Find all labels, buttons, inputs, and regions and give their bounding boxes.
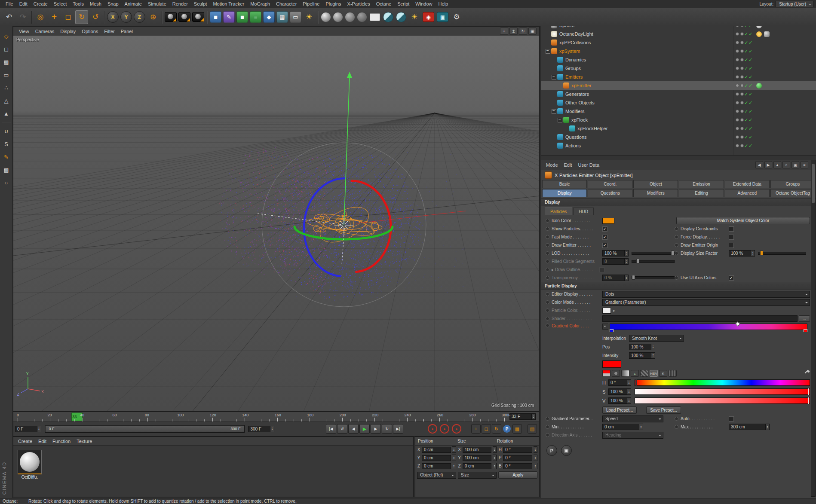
- menu-item[interactable]: Character: [273, 0, 300, 7]
- stepper[interactable]: [625, 250, 629, 257]
- min-field[interactable]: 0 cm: [602, 424, 639, 430]
- toggle-views-icon[interactable]: ▣: [528, 27, 537, 35]
- enable-check-icon[interactable]: ✓✓: [744, 117, 753, 123]
- model-mode-icon[interactable]: ◻: [1, 44, 12, 54]
- edges-mode-icon[interactable]: △: [1, 95, 12, 106]
- tab-extended-data[interactable]: Extended Data: [725, 180, 770, 188]
- range-start-field[interactable]: 0 F: [15, 426, 37, 432]
- enable-check-icon[interactable]: ✓✓: [744, 66, 753, 71]
- value-field[interactable]: 100 %: [608, 397, 627, 404]
- visibility-dots[interactable]: [736, 101, 744, 104]
- current-frame-field[interactable]: 33 F: [509, 413, 536, 420]
- tree-item-OctaneDayLight[interactable]: OctaneDayLight✓✓: [541, 30, 816, 38]
- add-generator-icon[interactable]: [236, 11, 248, 23]
- rotate-view-icon[interactable]: ↻: [519, 27, 527, 35]
- anim-dot[interactable]: [546, 235, 549, 239]
- tab-editing[interactable]: Editing: [679, 189, 724, 197]
- preview-range-bar[interactable]: 0 F 300 F: [46, 426, 244, 432]
- enable-check-icon[interactable]: ✓✓: [744, 134, 753, 140]
- layout-select[interactable]: Startup (User): [776, 1, 813, 7]
- tab-emission[interactable]: Emission: [679, 180, 724, 188]
- anim-dot[interactable]: [675, 243, 678, 247]
- stepper[interactable]: [452, 463, 456, 469]
- visibility-dots[interactable]: [736, 92, 744, 96]
- anim-dot[interactable]: [546, 243, 549, 247]
- size-mode-select[interactable]: Size: [458, 472, 497, 479]
- tab-basic[interactable]: Basic: [542, 180, 587, 188]
- sun-tag-icon[interactable]: [756, 31, 762, 37]
- tree-item-Actions[interactable]: Actions✓✓: [541, 141, 816, 150]
- xp-camera-button[interactable]: ▣: [561, 445, 572, 456]
- stepper[interactable]: [452, 446, 456, 453]
- tab-groups[interactable]: Groups: [770, 180, 815, 188]
- attribute-menu-item[interactable]: Mode: [543, 162, 561, 168]
- snap-icon[interactable]: ∪: [1, 126, 12, 136]
- anim-dot[interactable]: [675, 227, 678, 231]
- anim-dot[interactable]: [546, 309, 549, 312]
- attribute-menu-item[interactable]: Edit: [561, 162, 575, 168]
- viewport-menu-item[interactable]: Filter: [101, 28, 117, 34]
- octane-camera-icon[interactable]: [437, 12, 448, 22]
- scrollbar-thumb[interactable]: [812, 164, 815, 203]
- visibility-dots[interactable]: [736, 67, 744, 70]
- hue-bar[interactable]: [635, 379, 810, 386]
- stepper[interactable]: [493, 455, 497, 461]
- anim-dot[interactable]: [546, 324, 549, 327]
- workplane-mode-icon[interactable]: ▭: [1, 70, 12, 80]
- material-menu-item[interactable]: Edit: [35, 438, 49, 445]
- lod-slider[interactable]: [632, 252, 675, 255]
- x-axis-lock-button[interactable]: X: [107, 11, 119, 23]
- uv-mode-icon[interactable]: ▩: [1, 165, 12, 175]
- stepper[interactable]: [534, 446, 537, 453]
- display-size-factor-field[interactable]: 100 %: [729, 250, 751, 257]
- stepper[interactable]: [627, 388, 631, 395]
- position-x-field[interactable]: 0 cm: [422, 447, 451, 453]
- record-keyframe-button[interactable]: ●: [428, 424, 437, 434]
- kelvin-mode-icon[interactable]: K: [659, 370, 667, 377]
- tree-item-xpPPCollisions[interactable]: xpPPCollisions✓✓: [541, 38, 816, 47]
- tab-questions[interactable]: Questions: [588, 189, 632, 197]
- anim-dot[interactable]: [546, 268, 549, 272]
- render-settings-button[interactable]: [192, 12, 204, 22]
- display-constraints-checkbox[interactable]: [729, 226, 734, 232]
- collapse-icon[interactable]: [552, 75, 556, 79]
- force-display-checkbox[interactable]: [729, 235, 734, 240]
- viewport-camera-label[interactable]: Perspective: [16, 37, 39, 42]
- selected-knot-color-swatch[interactable]: [602, 360, 621, 368]
- range-start-stepper[interactable]: [37, 426, 41, 432]
- anim-dot[interactable]: [546, 425, 549, 429]
- parent-object-icon[interactable]: ▲: [773, 161, 781, 168]
- material-menu-item[interactable]: Function: [49, 438, 74, 445]
- visibility-dots[interactable]: [736, 118, 744, 122]
- particle-display-section-header[interactable]: Particle Display: [541, 282, 816, 290]
- object-mode-select[interactable]: Object (Rel): [417, 472, 456, 479]
- attribute-menu-item[interactable]: User Data: [575, 162, 603, 168]
- tree-item-Generators[interactable]: Generators✓✓: [541, 90, 816, 98]
- next-frame-button[interactable]: ▶: [371, 424, 381, 434]
- size-y-field[interactable]: 100 cm: [463, 455, 492, 461]
- enable-check-icon[interactable]: ✓✓: [744, 100, 753, 106]
- tree-item-Groups[interactable]: Groups✓✓: [541, 64, 816, 73]
- enable-check-icon[interactable]: ✓✓: [744, 57, 753, 63]
- anim-dot[interactable]: [675, 417, 678, 421]
- icon-color-swatch[interactable]: [602, 218, 614, 224]
- xp-preferences-button[interactable]: P: [546, 445, 557, 456]
- add-floor-icon[interactable]: [290, 11, 301, 23]
- lod-field[interactable]: 100 %: [602, 250, 625, 257]
- menu-item[interactable]: MoGraph: [247, 0, 273, 7]
- rotate-tool-icon[interactable]: [75, 10, 88, 24]
- points-mode-icon[interactable]: ∴: [1, 82, 12, 93]
- visibility-dots[interactable]: [736, 84, 744, 87]
- last-used-tool-icon[interactable]: [89, 10, 102, 24]
- lock-icon[interactable]: ▣: [791, 161, 799, 168]
- keyframe-selection-button[interactable]: ●: [452, 424, 461, 434]
- add-spline-icon[interactable]: [223, 11, 235, 23]
- add-mograph-icon[interactable]: [250, 11, 261, 23]
- stepper[interactable]: [534, 455, 537, 461]
- make-editable-icon[interactable]: ◇: [1, 31, 12, 41]
- menu-item[interactable]: Create: [31, 0, 51, 7]
- saturation-bar[interactable]: [635, 388, 810, 395]
- menu-item[interactable]: File: [3, 0, 16, 7]
- rotation-h-field[interactable]: 0 °: [503, 447, 532, 453]
- visibility-dots[interactable]: [736, 49, 744, 53]
